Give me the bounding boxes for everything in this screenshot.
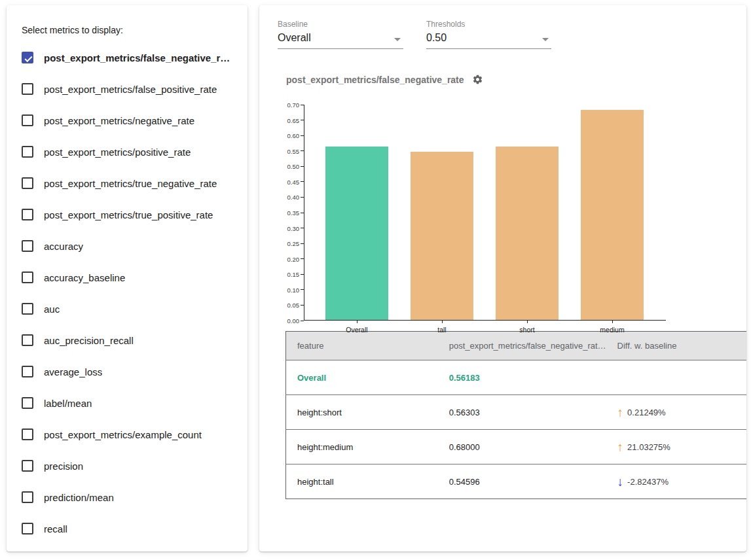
sidebar-item-metric-14[interactable]: prediction/mean	[22, 481, 233, 513]
metric-label: post_export_metrics/positive_rate	[44, 147, 191, 158]
checkbox-icon[interactable]	[22, 240, 33, 252]
metric-label: post_export_metrics/true_positive_rate	[44, 209, 213, 220]
arrow-up-icon: ↑	[617, 441, 624, 453]
arrow-down-icon: ↓	[617, 476, 624, 488]
sidebar-item-metric-3[interactable]: post_export_metrics/positive_rate	[22, 136, 233, 167]
table-row-0: Overall0.56183	[286, 360, 747, 395]
table-row-3: height:tall0.54596↓-2.82437%	[286, 464, 747, 499]
sidebar-item-metric-11[interactable]: label/mean	[22, 387, 233, 419]
sidebar-item-metric-9[interactable]: auc_precision_recall	[22, 324, 233, 356]
diff-cell: ↑21.03275%	[606, 430, 746, 464]
metric-label: post_export_metrics/true_negative_rate	[44, 178, 217, 189]
y-tick-label: 0.50	[287, 163, 300, 170]
sidebar-item-metric-15[interactable]: recall	[22, 513, 233, 544]
checkbox-icon[interactable]	[22, 491, 33, 503]
sidebar-item-metric-8[interactable]: auc	[22, 293, 233, 324]
metric-value-cell: 0.54596	[438, 464, 606, 499]
bar-chart: 0.000.050.100.150.200.250.300.350.400.45…	[286, 105, 746, 321]
bar-medium[interactable]	[581, 110, 644, 320]
x-tick-label: medium	[600, 326, 624, 334]
arrow-up-icon: ↑	[617, 406, 624, 419]
x-tick-label: Overall	[346, 326, 367, 334]
table-row-2: height:medium0.68000↑21.03275%	[286, 430, 747, 464]
bar-tall[interactable]	[411, 152, 473, 320]
sidebar-item-metric-12[interactable]: post_export_metrics/example_count	[22, 419, 233, 450]
y-tick-label: 0.70	[287, 101, 300, 109]
checkbox-icon[interactable]	[22, 397, 33, 409]
metric-value-cell: 0.56303	[438, 395, 606, 430]
bar-short[interactable]	[496, 147, 559, 320]
checkbox-icon[interactable]	[22, 429, 33, 440]
metric-label: accuracy	[44, 241, 83, 252]
x-tick-mark	[527, 321, 528, 323]
gear-icon[interactable]	[472, 74, 483, 85]
y-tick-label: 0.00	[287, 317, 300, 324]
y-tick-label: 0.25	[287, 240, 300, 247]
chevron-down-icon	[394, 38, 401, 41]
sidebar-item-metric-6[interactable]: accuracy	[22, 230, 233, 262]
chart-section: post_export_metrics/false_negative_rate …	[286, 74, 746, 321]
metric-label: post_export_metrics/false_negative_r…	[44, 52, 230, 63]
baseline-dropdown-label: Baseline	[278, 20, 403, 29]
chart-title: post_export_metrics/false_negative_rate	[286, 75, 464, 85]
checkbox-icon[interactable]	[22, 114, 33, 126]
feature-cell: height:short	[286, 395, 438, 430]
metric-selector-panel: Select metrics to display: post_export_m…	[7, 5, 247, 551]
sidebar-item-metric-4[interactable]: post_export_metrics/true_negative_rate	[22, 167, 233, 199]
sidebar-item-metric-1[interactable]: post_export_metrics/false_positive_rate	[22, 73, 233, 105]
checkbox-icon[interactable]	[22, 83, 33, 95]
diff-cell: ↓-2.82437%	[606, 464, 746, 499]
feature-cell: Overall	[286, 360, 438, 395]
checkbox-icon[interactable]	[22, 209, 33, 220]
diff-cell	[606, 360, 746, 395]
metric-label: auc	[44, 304, 60, 315]
metric-label: average_loss	[44, 366, 102, 377]
table-row-1: height:short0.56303↑0.21249%	[286, 395, 747, 430]
bar-Overall[interactable]	[325, 147, 388, 320]
checkbox-icon[interactable]	[22, 334, 33, 346]
y-tick-label: 0.20	[287, 255, 300, 262]
diff-value: 0.21249%	[627, 408, 666, 417]
sidebar-item-metric-10[interactable]: average_loss	[22, 356, 233, 387]
diff-cell: ↑0.21249%	[606, 395, 746, 430]
sidebar-item-metric-2[interactable]: post_export_metrics/negative_rate	[22, 105, 233, 136]
thresholds-dropdown[interactable]: Thresholds 0.50	[426, 20, 551, 49]
metric-label: post_export_metrics/example_count	[44, 429, 202, 440]
col-header-feature: feature	[286, 332, 438, 360]
baseline-dropdown-value[interactable]: Overall	[278, 31, 403, 49]
y-tick-label: 0.10	[287, 286, 300, 293]
y-tick-label: 0.45	[287, 178, 300, 185]
sidebar-item-metric-7[interactable]: accuracy_baseline	[22, 262, 233, 293]
feature-cell: height:tall	[286, 464, 438, 499]
checkbox-icon[interactable]	[22, 271, 33, 283]
y-axis: 0.000.050.100.150.200.250.300.350.400.45…	[286, 105, 304, 321]
y-tick-label: 0.15	[287, 271, 300, 278]
diff-value: -2.82437%	[627, 477, 669, 487]
x-tick-mark	[442, 321, 443, 323]
metric-label: post_export_metrics/negative_rate	[44, 115, 194, 126]
y-tick-label: 0.05	[287, 302, 300, 309]
checkbox-icon[interactable]	[22, 146, 33, 158]
thresholds-dropdown-value[interactable]: 0.50	[426, 31, 551, 49]
y-tick-label: 0.35	[287, 209, 300, 217]
plot-area: Overalltallshortmedium	[304, 105, 666, 321]
y-tick-label: 0.30	[287, 224, 300, 232]
metric-label: accuracy_baseline	[44, 272, 125, 283]
checkbox-icon[interactable]	[22, 460, 33, 472]
checkbox-icon[interactable]	[22, 366, 33, 377]
sidebar-item-metric-0[interactable]: post_export_metrics/false_negative_r…	[22, 42, 233, 73]
metric-selector-title: Select metrics to display:	[22, 25, 233, 35]
baseline-dropdown[interactable]: Baseline Overall	[278, 20, 403, 49]
y-tick-label: 0.60	[287, 132, 300, 139]
checkbox-icon[interactable]	[22, 177, 33, 189]
metric-value-cell: 0.56183	[438, 360, 606, 395]
checkbox-icon[interactable]	[22, 523, 33, 534]
metric-label: precision	[44, 461, 83, 472]
col-header-diff: Diff. w. baseline	[606, 332, 746, 360]
checkbox-icon[interactable]	[22, 303, 33, 315]
feature-cell: height:medium	[286, 430, 438, 464]
checkbox-checked-icon[interactable]	[22, 52, 33, 63]
metric-value-cell: 0.68000	[438, 430, 606, 464]
sidebar-item-metric-13[interactable]: precision	[22, 450, 233, 481]
sidebar-item-metric-5[interactable]: post_export_metrics/true_positive_rate	[22, 199, 233, 230]
